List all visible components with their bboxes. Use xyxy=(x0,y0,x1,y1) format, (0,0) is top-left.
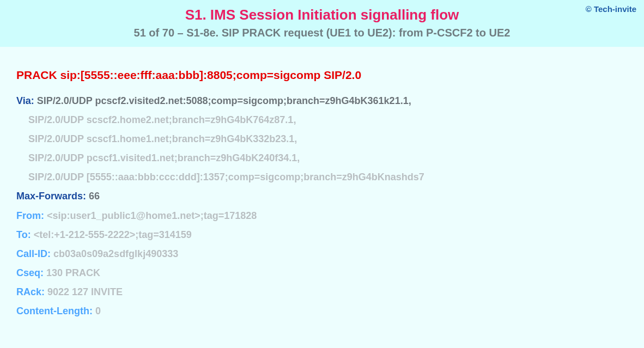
rack-value: 9022 127 INVITE xyxy=(47,286,123,297)
via-label: Via: xyxy=(16,95,34,106)
to-value: <tel:+1-212-555-2222>;tag=314159 xyxy=(34,229,192,240)
from-label: From: xyxy=(16,210,44,221)
max-forwards-label: Max-Forwards: xyxy=(16,191,86,202)
sip-request-line: PRACK sip:[5555::eee:fff:aaa:bbb]:8805;c… xyxy=(16,69,628,82)
to-label: To: xyxy=(16,229,31,240)
sip-max-forwards-header: Max-Forwards: 66 xyxy=(16,187,628,206)
via-value-first: SIP/2.0/UDP pcscf2.visited2.net:5088;com… xyxy=(37,95,411,106)
sip-via-continuation: SIP/2.0/UDP scscf2.home2.net;branch=z9hG… xyxy=(16,111,628,130)
document-header: © Tech-invite S1. IMS Session Initiation… xyxy=(0,0,644,47)
via-cont-3: SIP/2.0/UDP [5555::aaa:bbb:ccc:ddd]:1357… xyxy=(28,172,424,182)
content-length-label: Content-Length: xyxy=(16,306,93,316)
sip-call-id-header: Call-ID: cb03a0s09a2sdfglkj490333 xyxy=(16,245,628,264)
document-title: S1. IMS Session Initiation signalling fl… xyxy=(11,7,633,23)
via-cont-2: SIP/2.0/UDP pcscf1.visited1.net;branch=z… xyxy=(28,152,300,163)
document-subtitle: 51 of 70 – S1-8e. SIP PRACK request (UE1… xyxy=(11,27,633,39)
sip-method: PRACK xyxy=(16,69,57,81)
call-id-label: Call-ID: xyxy=(16,248,51,259)
from-value: <sip:user1_public1@home1.net>;tag=171828 xyxy=(47,210,257,221)
rack-label: RAck: xyxy=(16,286,45,297)
sip-via-continuation: SIP/2.0/UDP scscf1.home1.net;branch=z9hG… xyxy=(16,130,628,149)
cseq-value: 130 PRACK xyxy=(46,267,100,278)
sip-via-continuation: SIP/2.0/UDP [5555::aaa:bbb:ccc:ddd]:1357… xyxy=(16,168,628,187)
sip-rack-header: RAck: 9022 127 INVITE xyxy=(16,283,628,302)
cseq-label: Cseq: xyxy=(16,267,44,278)
sip-from-header: From: <sip:user1_public1@home1.net>;tag=… xyxy=(16,206,628,225)
sip-via-continuation: SIP/2.0/UDP pcscf1.visited1.net;branch=z… xyxy=(16,149,628,168)
max-forwards-value: 66 xyxy=(89,191,100,202)
copyright-notice: © Tech-invite xyxy=(586,4,636,14)
sip-to-header: To: <tel:+1-212-555-2222>;tag=314159 xyxy=(16,225,628,245)
sip-via-header: Via: SIP/2.0/UDP pcscf2.visited2.net:508… xyxy=(16,91,628,111)
via-cont-1: SIP/2.0/UDP scscf1.home1.net;branch=z9hG… xyxy=(28,133,297,144)
content-length-value: 0 xyxy=(95,306,101,316)
sip-message-content: PRACK sip:[5555::eee:fff:aaa:bbb]:8805;c… xyxy=(0,47,644,348)
via-cont-0: SIP/2.0/UDP scscf2.home2.net;branch=z9hG… xyxy=(28,114,296,125)
call-id-value: cb03a0s09a2sdfglkj490333 xyxy=(53,248,178,259)
sip-request-uri: sip:[5555::eee:fff:aaa:bbb]:8805;comp=si… xyxy=(60,69,362,81)
sip-content-length-header: Content-Length: 0 xyxy=(16,302,628,321)
sip-cseq-header: Cseq: 130 PRACK xyxy=(16,264,628,283)
